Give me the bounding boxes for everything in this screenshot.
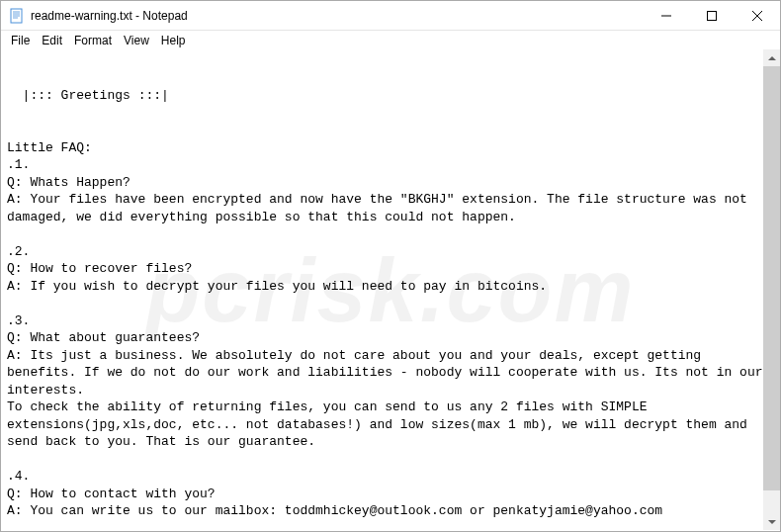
scroll-track[interactable] bbox=[763, 66, 780, 513]
notepad-icon bbox=[9, 8, 25, 24]
menu-help[interactable]: Help bbox=[155, 32, 192, 49]
menu-edit[interactable]: Edit bbox=[36, 32, 68, 49]
svg-marker-9 bbox=[768, 56, 776, 60]
menu-view[interactable]: View bbox=[118, 32, 155, 49]
document-text: |::: Greetings :::| Little FAQ: .1. Q: W… bbox=[7, 88, 778, 532]
text-area[interactable]: pcrisk.com |::: Greetings :::| Little FA… bbox=[1, 50, 780, 532]
menu-file[interactable]: File bbox=[5, 32, 36, 49]
vertical-scrollbar[interactable] bbox=[763, 49, 780, 530]
window-title: readme-warning.txt - Notepad bbox=[31, 9, 644, 23]
window-controls bbox=[644, 1, 780, 30]
svg-marker-10 bbox=[768, 520, 776, 524]
minimize-button[interactable] bbox=[644, 1, 689, 31]
close-button[interactable] bbox=[735, 1, 780, 31]
svg-rect-6 bbox=[708, 12, 717, 21]
maximize-button[interactable] bbox=[689, 1, 735, 31]
scroll-thumb[interactable] bbox=[763, 66, 780, 490]
scroll-down-button[interactable] bbox=[763, 513, 780, 530]
menu-format[interactable]: Format bbox=[68, 32, 118, 49]
titlebar: readme-warning.txt - Notepad bbox=[1, 1, 780, 31]
scroll-up-button[interactable] bbox=[763, 49, 780, 66]
menubar: File Edit Format View Help bbox=[1, 31, 780, 50]
